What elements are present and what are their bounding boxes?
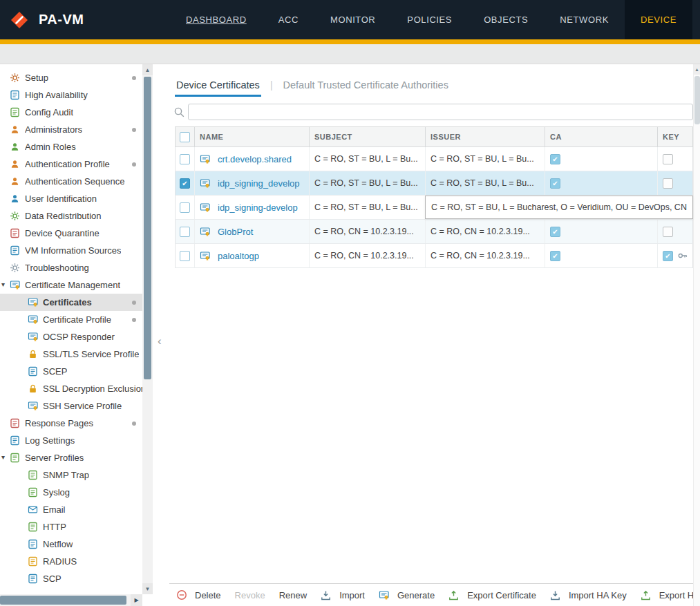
sidebar-item-log-settings[interactable]: Log Settings <box>0 432 142 449</box>
tab-default-trusted-certificate-authorities[interactable]: Default Trusted Certificate Authorities <box>282 79 450 97</box>
sub-toolbar <box>0 44 700 64</box>
delete-button[interactable]: Delete <box>176 589 221 600</box>
expand-caret-icon[interactable]: ▾ <box>1 453 5 461</box>
page-scrollbar-thumb[interactable] <box>694 76 700 124</box>
sidebar-item-radius[interactable]: RADIUS <box>0 553 142 570</box>
certificate-link[interactable]: GlobProt <box>218 227 253 237</box>
export-certificate-button[interactable]: Export Certificate <box>448 590 536 600</box>
sidebar-item-certificates[interactable]: Certificates <box>0 294 142 311</box>
sidebar-item-ssh-service-profile[interactable]: SSH Service Profile <box>0 397 142 415</box>
sidebar-item-certificate-profile[interactable]: Certificate Profile <box>0 311 142 328</box>
expand-caret-icon[interactable]: ▾ <box>1 281 5 288</box>
search-input[interactable] <box>188 104 693 120</box>
column-header-key[interactable]: KEY <box>658 127 692 146</box>
nav-acc[interactable]: ACC <box>263 0 314 39</box>
sidebar-item-server-profiles[interactable]: ▾Server Profiles <box>0 449 142 466</box>
table-row[interactable]: paloaltogpC = RO, CN = 10.2.3.19...C = R… <box>175 244 693 268</box>
column-header-ca[interactable]: CA <box>545 127 658 146</box>
renew-button[interactable]: Renew <box>279 590 307 600</box>
sidebar-item-scp[interactable]: SCP <box>0 570 142 587</box>
sidebar-hscrollbar-thumb[interactable] <box>0 596 126 605</box>
scroll-up-icon[interactable]: ▲ <box>142 64 153 75</box>
sidebar-item-label: Device Quarantine <box>25 228 100 238</box>
sidebar-item-ssl-decryption-exclusion[interactable]: SSL Decryption Exclusion <box>0 380 142 397</box>
main-content: Device Certificates | Default Trusted Ce… <box>169 64 693 606</box>
sidebar-item-ocsp-responder[interactable]: OCSP Responder <box>0 328 142 345</box>
name-cell: idp_signing_develop <box>195 171 310 195</box>
sidebar-scrollbar-thumb[interactable] <box>144 77 151 379</box>
sidebar-item-troubleshooting[interactable]: Troubleshooting <box>0 259 142 276</box>
nav-policies[interactable]: POLICIES <box>391 0 468 39</box>
sidebar-item-administrators[interactable]: Administrators <box>0 121 142 138</box>
sidebar-item-syslog[interactable]: Syslog <box>0 484 142 501</box>
nav-monitor[interactable]: MONITOR <box>314 0 391 39</box>
row-checkbox[interactable] <box>180 154 190 164</box>
status-dot <box>132 422 136 426</box>
row-checkbox[interactable] <box>180 202 190 213</box>
sidebar-item-label: Troubleshooting <box>25 263 89 273</box>
sidebar-item-ssl-tls-service-profile[interactable]: SSL/TLS Service Profile <box>0 345 142 363</box>
tab-device-certificates[interactable]: Device Certificates <box>175 79 261 97</box>
nav-dashboard[interactable]: DASHBOARD <box>170 0 263 39</box>
certificate-link[interactable]: idp_signing-develop <box>218 202 298 213</box>
gold-accent-bar <box>0 39 700 44</box>
import-ha-key-button[interactable]: Import HA Key <box>550 590 627 600</box>
sidebar-item-email[interactable]: Email <box>0 501 142 518</box>
sidebar-item-setup[interactable]: Setup <box>0 69 142 86</box>
certificate-link[interactable]: paloaltogp <box>218 251 259 261</box>
sidebar-item-scep[interactable]: SCEP <box>0 363 142 380</box>
revoke-button[interactable]: Revoke <box>235 590 265 600</box>
page-scroll-up-icon[interactable]: ▲ <box>694 64 700 75</box>
column-header-name[interactable]: NAME <box>195 127 310 146</box>
scroll-down-icon[interactable]: ▼ <box>142 583 153 594</box>
sidebar-item-http[interactable]: HTTP <box>0 518 142 536</box>
export-ha-key-button[interactable]: Export HA Key <box>641 590 693 600</box>
sidebar-item-user-identification[interactable]: User Identification <box>0 190 142 207</box>
sidebar-item-authentication-sequence[interactable]: Authentication Sequence <box>0 173 142 190</box>
sidebar-item-data-redistribution[interactable]: Data Redistribution <box>0 207 142 225</box>
sidebar-item-certificate-management[interactable]: ▾Certificate Management <box>0 276 142 294</box>
column-header-subject[interactable]: SUBJECT <box>310 127 426 146</box>
import-button[interactable]: Import <box>321 590 365 600</box>
row-checkbox[interactable] <box>180 251 190 261</box>
generate-button[interactable]: Generate <box>379 590 435 600</box>
snmp-trap-icon <box>28 470 39 480</box>
certificate-link[interactable]: crt.develop.shared <box>218 154 292 164</box>
column-header-issuer[interactable]: ISSUER <box>426 127 545 146</box>
subject-cell: C = RO, CN = 10.2.3.19... <box>310 244 426 267</box>
nav-network[interactable]: NETWORK <box>544 0 625 39</box>
table-row[interactable]: crt.develop.sharedC = RO, ST = BU, L = B… <box>175 147 693 171</box>
sidebar-item-label: Certificate Profile <box>43 314 111 325</box>
sidebar-item-snmp-trap[interactable]: SNMP Trap <box>0 466 142 484</box>
sidebar-item-authentication-profile[interactable]: Authentication Profile <box>0 155 142 173</box>
nav-device[interactable]: DEVICE <box>625 0 692 39</box>
scroll-right-icon[interactable]: ▶ <box>131 594 142 606</box>
select-all-checkbox[interactable] <box>180 132 190 142</box>
table-row[interactable]: idp_signing_developC = RO, ST = BU, L = … <box>175 171 693 196</box>
sidebar-item-admin-roles[interactable]: Admin Roles <box>0 138 142 155</box>
row-checkbox[interactable] <box>180 227 190 237</box>
sidebar-item-netflow[interactable]: Netflow <box>0 536 142 553</box>
sidebar-item-high-availability[interactable]: High Availability <box>0 86 142 104</box>
nav-objects[interactable]: OBJECTS <box>468 0 544 39</box>
sidebar-item-response-pages[interactable]: Response Pages <box>0 415 142 432</box>
row-checkbox[interactable] <box>180 178 190 189</box>
sidebar-item-vm-information-sources[interactable]: VM Information Sources <box>0 242 142 259</box>
sidebar-item-config-audit[interactable]: Config Audit <box>0 104 142 121</box>
ca-checkbox <box>550 154 560 164</box>
sidebar-item-label: OCSP Responder <box>43 332 115 342</box>
sidebar-vertical-scrollbar[interactable]: ▲ ▼ <box>142 64 153 594</box>
certificate-link[interactable]: idp_signing_develop <box>218 178 300 189</box>
certificate-profile-icon <box>28 314 39 325</box>
content-tabs: Device Certificates | Default Trusted Ce… <box>169 64 693 97</box>
sidebar-item-label: High Availability <box>25 90 88 100</box>
cert-icon <box>200 178 211 189</box>
name-cell: paloaltogp <box>195 244 310 267</box>
sidebar-collapse-handle[interactable]: ‹ <box>158 335 162 347</box>
sidebar-item-label: Setup <box>25 73 48 83</box>
page-scrollbar[interactable]: ▲ <box>693 64 700 606</box>
sidebar-horizontal-scrollbar[interactable]: ▶ <box>0 594 142 606</box>
sidebar-item-device-quarantine[interactable]: Device Quarantine <box>0 225 142 242</box>
table-row[interactable]: GlobProtC = RO, CN = 10.2.3.19...C = RO,… <box>175 220 693 244</box>
sidebar-item-label: User Identification <box>25 193 97 204</box>
